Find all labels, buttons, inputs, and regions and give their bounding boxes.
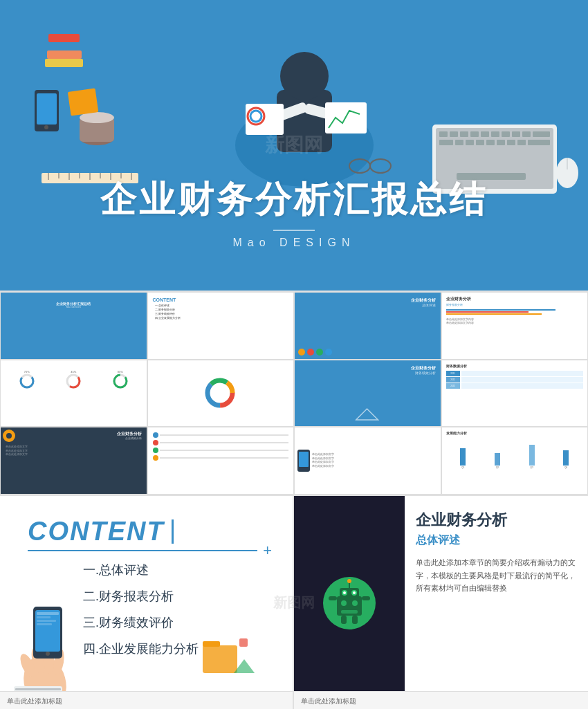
hero-main-title: 企业财务分析汇报总结	[0, 176, 588, 224]
thumb-2[interactable]: CONTENT 一.总体评述 二.财务报表分析 三.财务绩效评价 四.企业发展能…	[147, 292, 295, 360]
svg-rect-99	[341, 610, 358, 614]
svg-point-31	[370, 159, 391, 173]
thumb-1[interactable]: 企业财务分析汇报总结 Mao DESIGN	[0, 292, 147, 360]
svg-point-94	[353, 591, 356, 594]
svg-point-98	[352, 600, 358, 606]
svg-point-96	[347, 579, 351, 583]
svg-rect-46	[455, 140, 463, 145]
svg-rect-47	[466, 140, 474, 145]
content-text: CONTENT	[28, 517, 165, 546]
enterprise-title: 企业财务分析	[416, 510, 577, 531]
svg-rect-103	[352, 616, 358, 624]
svg-rect-76	[37, 616, 50, 618]
thumbnail-grid: 企业财务分析汇报总结 Mao DESIGN CONTENT 一.总体评述 二.财…	[0, 291, 588, 495]
robot-icon	[322, 576, 377, 631]
menu-item-3: 三.财务绩效评价	[83, 614, 199, 631]
thumb-7[interactable]: 企业财务分析 财务绩效分析	[294, 360, 441, 427]
thumb-3[interactable]: 企业财务分析 总体评述	[294, 292, 441, 360]
books-decoration	[42, 21, 97, 76]
svg-rect-40	[491, 131, 499, 137]
svg-rect-48	[476, 140, 484, 145]
menu-item-4: 四.企业发展能力分析	[83, 641, 199, 657]
svg-rect-0	[45, 59, 83, 67]
robot-icon-block	[294, 496, 405, 709]
svg-rect-3	[48, 34, 80, 42]
menu-item-2: 二.财务报表分析	[83, 588, 199, 605]
person-decoration	[214, 7, 387, 201]
svg-rect-35	[439, 131, 448, 137]
menu-item-1: 一.总体评述	[83, 562, 199, 578]
content-label-block: CONTENT	[28, 517, 174, 546]
svg-rect-38	[470, 131, 479, 137]
svg-rect-100	[329, 596, 337, 600]
thumb-8[interactable]: 财务数据分析 2021 2022 2023	[441, 360, 589, 427]
hand-phone-illustration	[7, 586, 83, 697]
svg-point-97	[341, 600, 347, 606]
content-menu: 一.总体评述 二.财务报表分析 三.财务绩效评价 四.企业发展能力分析	[83, 562, 199, 667]
svg-rect-85	[203, 641, 220, 647]
svg-point-6	[44, 125, 48, 129]
svg-rect-86	[239, 638, 248, 647]
svg-rect-5	[37, 93, 57, 125]
thumb-4[interactable]: 企业财务分析 财务报表分析 单击此处添加文字内容单击此处添加文字内容	[441, 292, 589, 360]
svg-rect-52	[517, 140, 526, 145]
bottom-section: CONTENT + 一.总体评述 二.财务报表分析 三.财务绩效评价 四.企业发…	[0, 495, 588, 709]
svg-rect-51	[507, 140, 515, 145]
enterprise-subtitle: 总体评述	[416, 533, 577, 548]
right-text-block: 企业财务分析 总体评述 单击此处添加本章节的简要介绍或有煽动力的文字，本模板的主…	[405, 496, 588, 709]
svg-rect-102	[341, 616, 347, 624]
svg-rect-53	[528, 140, 550, 145]
svg-point-93	[343, 591, 346, 594]
svg-rect-39	[481, 131, 489, 137]
svg-rect-77	[37, 620, 56, 622]
bottom-right-panel: 企业财务分析 总体评述 单击此处添加本章节的简要介绍或有煽动力的文字，本模板的主…	[294, 496, 588, 709]
svg-rect-75	[37, 612, 59, 615]
svg-rect-37	[460, 131, 468, 137]
thumb-10[interactable]	[147, 427, 295, 495]
thumb-9[interactable]: 企业财务分析 企业绩效分析 单击此处添加文字单击此处添加文字单击此处添加文字	[0, 427, 147, 495]
svg-rect-42	[512, 131, 520, 137]
thumb-6[interactable]	[147, 360, 295, 427]
svg-rect-44	[533, 131, 550, 137]
svg-rect-2	[44, 42, 84, 50]
deco-shapes	[199, 632, 255, 683]
svg-rect-49	[486, 140, 495, 145]
hero-section: 新图网	[0, 0, 588, 291]
footer-bar-right[interactable]: 单击此处添加标题	[294, 691, 588, 709]
svg-rect-101	[362, 596, 370, 600]
footer-text-left: 单击此处添加标题	[7, 697, 62, 706]
thumb-5[interactable]: 70% 45% 85%	[0, 360, 147, 427]
svg-rect-43	[522, 131, 531, 137]
hero-title-block: 企业财务分析汇报总结 Mao DESIGN	[0, 176, 588, 249]
svg-rect-84	[203, 645, 237, 673]
svg-rect-81	[15, 688, 61, 690]
thumb-12[interactable]: 发展能力分析 Q1 Q2 Q3 Q4	[441, 427, 589, 495]
svg-rect-10	[68, 88, 98, 116]
svg-marker-67	[356, 409, 378, 420]
svg-rect-45	[439, 140, 453, 145]
svg-rect-50	[497, 140, 505, 145]
svg-point-79	[46, 652, 50, 656]
hero-subtitle: Mao DESIGN	[0, 237, 588, 249]
enterprise-description: 单击此处添加本章节的简要介绍或有煽动力的文字，本模板的主要风格是时下最流行的简平…	[416, 556, 577, 595]
footer-bar-left[interactable]: 单击此处添加标题	[0, 691, 293, 709]
hero-divider	[273, 230, 315, 231]
svg-rect-1	[47, 50, 82, 59]
thumb-11[interactable]: 单击此处添加文字 单击此处添加文字 单击此处添加文字 单击此处添加文字	[294, 427, 441, 495]
footer-text-right: 单击此处添加标题	[301, 697, 356, 706]
svg-rect-78	[37, 623, 52, 625]
bottom-left-panel: CONTENT + 一.总体评述 二.财务报表分析 三.财务绩效评价 四.企业发…	[0, 496, 294, 709]
svg-rect-41	[502, 131, 510, 137]
svg-rect-36	[450, 131, 458, 137]
svg-point-23	[280, 52, 329, 100]
